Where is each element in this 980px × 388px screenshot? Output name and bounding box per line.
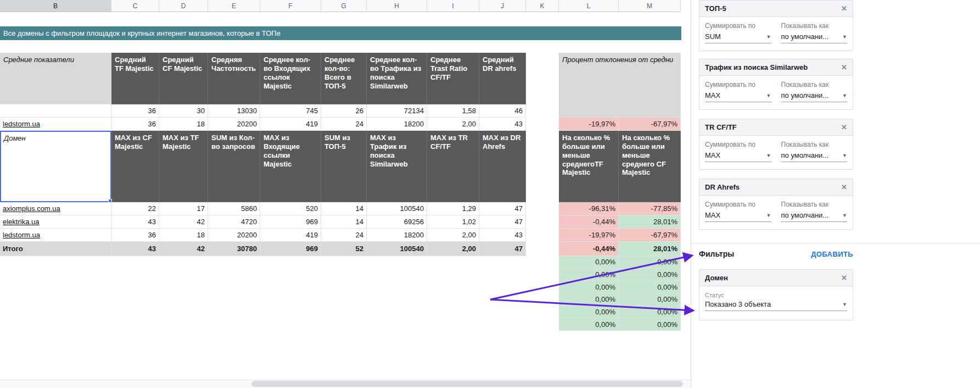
cell-value[interactable]: 18200 [367, 229, 427, 242]
cell-value[interactable]: 47 [479, 202, 526, 215]
pivot-header-cell[interactable]: SUM из ТОП-5 [321, 131, 367, 202]
fill-handle[interactable] [108, 199, 112, 203]
avg-header-cell[interactable]: Средний CF Majestic [159, 53, 208, 104]
deviation-cell[interactable]: -96,31% [559, 202, 619, 215]
cell-value[interactable]: 745 [260, 104, 321, 118]
cell-value[interactable]: 5860 [208, 202, 260, 215]
deviation-cell[interactable]: 0,00% [559, 293, 619, 306]
deviation-cell[interactable]: 0,00% [619, 318, 681, 331]
deviation-cell[interactable]: 0,00% [619, 306, 681, 319]
pivot-header-cell[interactable]: MAX из CF Majestic [111, 131, 159, 202]
show-as-dropdown[interactable]: по умолчани... ▼ [781, 151, 848, 162]
cell-value[interactable]: 419 [260, 229, 321, 242]
close-icon[interactable]: ✕ [841, 124, 847, 131]
deviation-cell[interactable]: -19,97% [559, 229, 619, 242]
cell-value[interactable]: 36 [111, 229, 159, 242]
pivot-header-cell[interactable]: MAX из Трафик из поиска Similarweb [367, 131, 427, 202]
pivot-header-cell[interactable]: MAX из Входящие ссылки Majestic [260, 131, 321, 202]
summarize-dropdown[interactable]: MAX ▼ [705, 91, 771, 102]
cell-value[interactable]: 43 [479, 229, 526, 242]
cell-value[interactable]: 20200 [208, 118, 260, 131]
total-value-cell[interactable]: 47 [479, 242, 526, 256]
cell-value[interactable]: 47 [479, 215, 526, 229]
add-filter-button[interactable]: ДОБАВИТЬ [811, 250, 853, 258]
summarize-dropdown[interactable]: MAX ▼ [705, 211, 771, 222]
cell-value[interactable]: 4720 [208, 215, 260, 229]
avg-header-cell[interactable]: Среднее кол-во: Всего в ТОП-5 [321, 53, 367, 104]
scrollbar-thumb[interactable] [251, 381, 683, 387]
domain-link[interactable]: ledstorm.ua [0, 229, 111, 242]
deviation-cell[interactable]: -67,97% [619, 229, 681, 242]
cell-value[interactable]: 1,29 [427, 202, 479, 215]
cell-value[interactable]: 36 [111, 118, 159, 131]
domain-link[interactable]: elektrika.ua [0, 215, 111, 229]
column-header-J[interactable]: J [479, 0, 526, 12]
column-header-F[interactable]: F [260, 0, 321, 12]
cell-value[interactable]: 43 [479, 118, 526, 131]
cell-value[interactable]: 520 [260, 202, 321, 215]
cell-value[interactable]: 30 [159, 104, 208, 118]
cell-value[interactable]: 2,00 [427, 118, 479, 131]
horizontal-scrollbar[interactable] [0, 380, 691, 388]
cell-value[interactable]: 22 [111, 202, 159, 215]
avg-corner-cell[interactable]: Средние показатели [0, 53, 111, 104]
avg-header-cell[interactable]: Среднее Trast Ratio CF/TF [427, 53, 479, 104]
pivot-header-cell[interactable]: MAX из TF Majestic [159, 131, 208, 202]
column-header-D[interactable]: D [159, 0, 208, 12]
cell-value[interactable]: 1,58 [427, 104, 479, 118]
deviation-cell[interactable]: 0,00% [559, 281, 619, 293]
cell-value[interactable]: 36 [111, 104, 159, 118]
column-header-L[interactable]: L [559, 0, 619, 12]
cell-value[interactable]: 72134 [367, 104, 427, 118]
total-value-cell[interactable]: 52 [321, 242, 367, 256]
avg-header-cell[interactable]: Среднее кол-во Входящих ссылок Majestic [260, 53, 321, 104]
column-header-B[interactable]: B [0, 0, 111, 12]
deviation-total-cell[interactable]: 28,01% [619, 242, 681, 256]
cell-value[interactable]: 14 [321, 215, 367, 229]
deviation-cell[interactable]: 0,00% [559, 318, 619, 331]
column-header-C[interactable]: C [111, 0, 159, 12]
sheet-banner[interactable]: Все домены с фильтром площадок и крупных… [0, 26, 681, 40]
domain-link[interactable]: ledstorm.ua [0, 118, 111, 131]
deviation-col-header[interactable]: На сколько % больше или меньше среднего … [619, 131, 681, 202]
deviation-cell[interactable]: 0,00% [619, 293, 681, 306]
column-header-E[interactable]: E [208, 0, 260, 12]
show-as-dropdown[interactable]: по умолчани... ▼ [781, 211, 848, 222]
deviation-cell[interactable]: 0,00% [559, 306, 619, 319]
cell-value[interactable]: 18 [159, 229, 208, 242]
column-header-H[interactable]: H [367, 0, 427, 12]
total-value-cell[interactable]: 43 [111, 242, 159, 256]
domain-link[interactable]: axiomplus.com.ua [0, 202, 111, 215]
deviation-cell[interactable]: 0,00% [559, 269, 619, 281]
close-icon[interactable]: ✕ [841, 184, 847, 191]
deviation-cell[interactable]: -67,97% [619, 118, 681, 131]
cell-value[interactable]: 24 [321, 229, 367, 242]
summarize-dropdown[interactable]: MAX ▼ [705, 151, 771, 162]
pivot-header-cell[interactable]: MAX из TR CF/TF [427, 131, 479, 202]
close-icon[interactable]: ✕ [841, 64, 847, 71]
avg-header-cell[interactable]: Среднее кол-во Трафика из поиска Similar… [367, 53, 427, 104]
column-header-K[interactable]: K [526, 0, 559, 12]
deviation-cell[interactable]: 0,00% [619, 269, 681, 281]
column-header-G[interactable]: G [321, 0, 367, 12]
avg-header-cell[interactable]: Средняя Частотность [208, 53, 260, 104]
deviation-cell[interactable]: 28,01% [619, 215, 681, 229]
cell-value[interactable]: 18200 [367, 118, 427, 131]
cell-value[interactable]: 14 [321, 202, 367, 215]
deviation-cell[interactable]: -77,85% [619, 202, 681, 215]
cell-value[interactable]: 43 [111, 215, 159, 229]
cell-value[interactable]: 2,00 [427, 229, 479, 242]
status-dropdown[interactable]: Показано 3 объекта ▼ [705, 300, 847, 311]
total-value-cell[interactable]: 30780 [208, 242, 260, 256]
column-header-I[interactable]: I [427, 0, 479, 12]
deviation-cell[interactable]: 0,00% [619, 256, 681, 269]
cell-value[interactable]: 26 [321, 104, 367, 118]
cell-value[interactable]: 13030 [208, 104, 260, 118]
show-as-dropdown[interactable]: по умолчани... ▼ [781, 32, 848, 43]
pivot-header-cell[interactable]: MAX из DR Ahrefs [479, 131, 526, 202]
cell[interactable] [0, 104, 111, 118]
column-header-M[interactable]: M [619, 0, 681, 12]
total-label-cell[interactable]: Итого [0, 242, 111, 256]
cell-value[interactable]: 20200 [208, 229, 260, 242]
deviation-cell[interactable]: -0,44% [559, 215, 619, 229]
